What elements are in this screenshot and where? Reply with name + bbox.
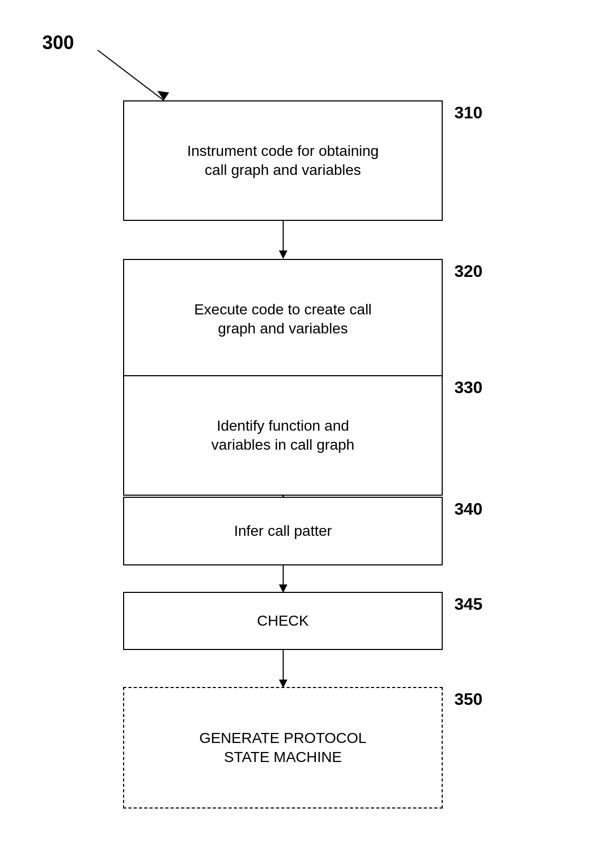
diagram-label-300: 300 xyxy=(42,32,74,54)
box-330-text: Identify function andvariables in call g… xyxy=(211,416,354,455)
box-345-text: CHECK xyxy=(257,611,309,630)
ref-label-330: 330 xyxy=(454,378,482,397)
box-310-text: Instrument code for obtainingcall graph … xyxy=(187,142,379,180)
svg-marker-3 xyxy=(279,250,287,259)
box-350-text: GENERATE PROTOCOLSTATE MACHINE xyxy=(199,729,366,767)
box-320: Execute code to create callgraph and var… xyxy=(123,259,443,379)
ref-label-350: 350 xyxy=(454,690,482,709)
ref-label-310: 310 xyxy=(454,103,482,123)
box-350: GENERATE PROTOCOLSTATE MACHINE xyxy=(123,687,443,809)
svg-marker-1 xyxy=(157,91,169,100)
ref-label-340: 340 xyxy=(454,499,482,519)
box-340-text: Infer call patter xyxy=(234,522,332,541)
box-310: Instrument code for obtainingcall graph … xyxy=(123,100,443,221)
flowchart-diagram: 300 Instrument code for obtainingcall gr… xyxy=(0,0,616,864)
ref-label-320: 320 xyxy=(454,262,482,281)
box-320-text: Execute code to create callgraph and var… xyxy=(194,300,371,339)
ref-label-345: 345 xyxy=(454,594,482,614)
box-345: CHECK xyxy=(123,592,443,650)
box-330: Identify function andvariables in call g… xyxy=(123,375,443,496)
box-340: Infer call patter xyxy=(123,497,443,565)
svg-line-0 xyxy=(98,50,164,100)
